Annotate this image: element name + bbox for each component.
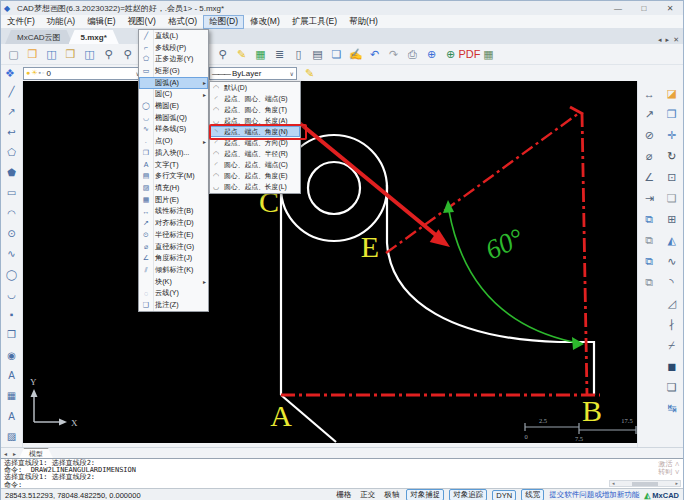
ellipse-icon[interactable]: ◯ — [4, 267, 20, 282]
draw-menu-item[interactable]: 圆(C) — [139, 89, 208, 101]
rectangle-icon[interactable]: ▭ — [4, 185, 20, 200]
point-label-a[interactable]: A — [270, 399, 292, 432]
draw-menu-item[interactable]: ▨ 填充(H) — [139, 182, 208, 194]
layer-select[interactable]: ●☀▪▫ 0 ∨ — [23, 67, 143, 80]
right-step-line-entity[interactable] — [559, 342, 594, 395]
status-toggle[interactable]: 对象捕捉 — [406, 489, 444, 500]
offset-icon[interactable]: ❏ — [663, 190, 681, 207]
save-as-icon[interactable]: ◫ — [80, 45, 99, 63]
zoom-extents-icon[interactable]: ⚲ — [99, 45, 118, 63]
draw-menu-item[interactable]: ◯ 椭圆(E) — [139, 100, 208, 112]
linear-dim-icon[interactable]: ↔ — [640, 85, 658, 102]
draw-menu-item[interactable]: ╱ 直线(L) — [139, 30, 208, 42]
zoom-dyn-icon[interactable]: ⚲ — [213, 45, 232, 63]
draw-menu-item[interactable]: ▤ 多行文字(M) — [139, 170, 208, 182]
page-icon[interactable]: ▯ — [289, 45, 308, 63]
circle-icon[interactable]: ⊙ — [4, 226, 20, 241]
menubar-item[interactable]: 编辑(E) — [81, 15, 121, 29]
scrollbar-thumb[interactable] — [632, 482, 658, 486]
spline-icon[interactable]: ∿ — [4, 246, 20, 261]
arc-submenu-item[interactable]: ◠ 圆心、起点、角度(E) — [210, 171, 300, 182]
drawing-canvas[interactable]: 60° C E A B 2.5 0 7.5 17.5 — [23, 81, 638, 443]
menubar-item[interactable]: 格式(O) — [162, 15, 203, 29]
edit-form-icon[interactable]: ✍ — [346, 45, 365, 63]
aligned-dim-icon[interactable]: ↗ — [640, 106, 658, 123]
status-toggle[interactable]: 对象追踪 — [449, 489, 487, 500]
chevron-down-icon[interactable]: ∨ — [290, 70, 294, 77]
arc-submenu-item[interactable]: ◜ 起点、圆心、端点(S) — [210, 93, 300, 104]
redo-icon[interactable]: ↷ — [384, 45, 403, 63]
new-file-icon[interactable]: ▢ — [4, 45, 23, 63]
draw-menu-item[interactable]: ⊙ 半径标注(E) — [139, 229, 208, 241]
profile-arc-entity[interactable] — [387, 243, 559, 342]
menubar-item[interactable]: 帮助(H) — [343, 15, 384, 29]
close-button[interactable]: ✕ — [657, 2, 683, 15]
scroll-right-icon[interactable]: ▸ — [675, 480, 678, 487]
status-toggle[interactable]: 极轴 — [382, 490, 401, 500]
minimize-button[interactable]: — — [605, 2, 631, 15]
command-scrollbar[interactable]: ◂ ▸ — [609, 480, 681, 487]
draw-menu-item[interactable]: ⫽ 倾斜标注(K) — [139, 264, 208, 276]
draw-menu-item[interactable]: ❐ 插入块(I)... — [139, 147, 208, 159]
maximize-button[interactable]: □ — [631, 2, 657, 15]
ellipse-arc-icon[interactable]: ◡ — [4, 287, 20, 302]
model-layout-tab[interactable]: 模型 — [19, 448, 53, 458]
point-label-e[interactable]: E — [361, 230, 379, 263]
scale-icon[interactable]: ⊡ — [663, 169, 681, 186]
draw-menu-item[interactable]: 块(K) — [139, 276, 208, 288]
diameter-dim-icon[interactable]: ⌀ — [640, 148, 658, 165]
erase-icon[interactable]: ◪ — [663, 85, 681, 102]
box-icon[interactable]: ◼ — [663, 358, 681, 375]
join-icon[interactable]: ↹ — [663, 400, 681, 417]
radius-dim-icon[interactable]: ⊘ — [640, 127, 658, 144]
trim-icon[interactable]: ⌿ — [663, 337, 681, 354]
draw-menu-item[interactable]: ∠ 角度标注(J) — [139, 252, 208, 264]
send-back-icon[interactable]: ⧉ — [640, 232, 658, 249]
close-tab-icon[interactable]: ✕ — [673, 36, 679, 44]
hatch-icon[interactable]: ▨ — [4, 429, 20, 444]
undo-icon[interactable]: ↶ — [365, 45, 384, 63]
mirror-icon[interactable]: ◭ — [663, 232, 681, 249]
scroll-left-icon[interactable]: ◂ — [612, 480, 615, 487]
save-icon[interactable]: ◫ — [42, 45, 61, 63]
wipeout-icon[interactable]: ❏ — [663, 379, 681, 396]
status-toggle[interactable]: DYN — [492, 490, 516, 500]
status-toggle[interactable]: 线宽 — [521, 489, 544, 500]
prev-layout-icon[interactable]: ◂ — [1, 450, 10, 457]
draw-menu-item[interactable]: ◡ 椭圆弧(Q) — [139, 112, 208, 124]
draw-menu-item[interactable]: ⬠ 正多边形(Y) — [139, 53, 208, 65]
text-icon[interactable]: A — [4, 368, 20, 383]
draw-menu-item[interactable]: ◌ 云线(Y) — [139, 287, 208, 299]
send-under-icon[interactable]: ⧉ — [640, 274, 658, 291]
arc-submenu-item[interactable]: ◠ 默认(D) — [210, 82, 300, 93]
scale-ruler[interactable] — [525, 423, 636, 434]
inner-circle-entity[interactable] — [308, 162, 360, 214]
edit-pencil-icon[interactable]: ✎ — [305, 67, 314, 80]
line-icon[interactable]: ╱ — [4, 84, 20, 99]
draw-menu-item[interactable]: ⌐ 多线段(P) — [139, 42, 208, 54]
open-folder-icon[interactable]: ❒ — [61, 45, 80, 63]
linetype-icon[interactable]: ≣ — [270, 45, 289, 63]
status-toggle[interactable]: 正交 — [358, 490, 377, 500]
file-tab[interactable]: 5.mxg* — [69, 30, 119, 44]
angular-dim-icon[interactable]: ∠ — [640, 169, 658, 186]
draw-menu-item[interactable]: ▦ 图片(E) — [139, 194, 208, 206]
draw-menu-item[interactable]: ↗ 对齐标注(D) — [139, 217, 208, 229]
extend-icon[interactable]: ◿ — [663, 295, 681, 312]
pdf-icon[interactable]: PDF — [460, 45, 479, 63]
vertical-centerline-entity[interactable] — [582, 113, 587, 395]
polyline-icon[interactable]: ↩ — [4, 125, 20, 140]
palette-icon[interactable]: ▦ — [251, 45, 270, 63]
menubar-item[interactable]: 文件(F) — [1, 15, 41, 29]
menubar-item[interactable]: 绘图(D) — [203, 15, 244, 29]
draw-menu-item[interactable]: ❑ 批注(Z) — [139, 299, 208, 311]
draw-menu-item[interactable]: ↔ 线性标注(B) — [139, 206, 208, 218]
image-export-icon[interactable]: ▦ — [479, 45, 498, 63]
draw-menu-item[interactable]: ⌀ 直径标注(G) — [139, 241, 208, 253]
apex-segment-entity[interactable] — [570, 107, 583, 114]
bring-above-icon[interactable]: ⧉ — [640, 253, 658, 270]
globe-icon[interactable]: ⊕ — [441, 45, 460, 63]
menubar-item[interactable]: 修改(M) — [244, 15, 286, 29]
arc-submenu-item[interactable]: ◜ 圆心、起点、端点(C) — [210, 160, 300, 171]
move-icon[interactable]: ✛ — [663, 127, 681, 144]
